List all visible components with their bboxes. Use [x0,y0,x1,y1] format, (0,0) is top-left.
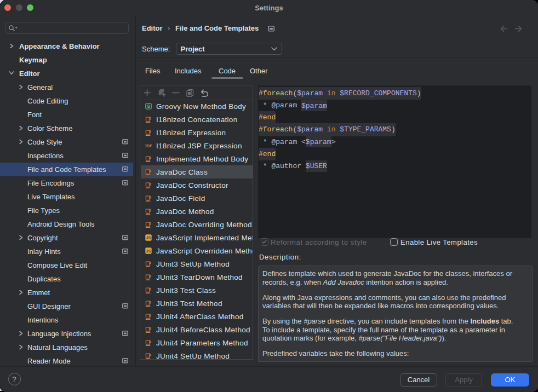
svg-text:JSP: JSP [145,143,152,148]
svg-text:JS: JS [146,249,151,253]
svg-text:JS: JS [146,236,151,240]
svg-text:G: G [147,103,151,109]
